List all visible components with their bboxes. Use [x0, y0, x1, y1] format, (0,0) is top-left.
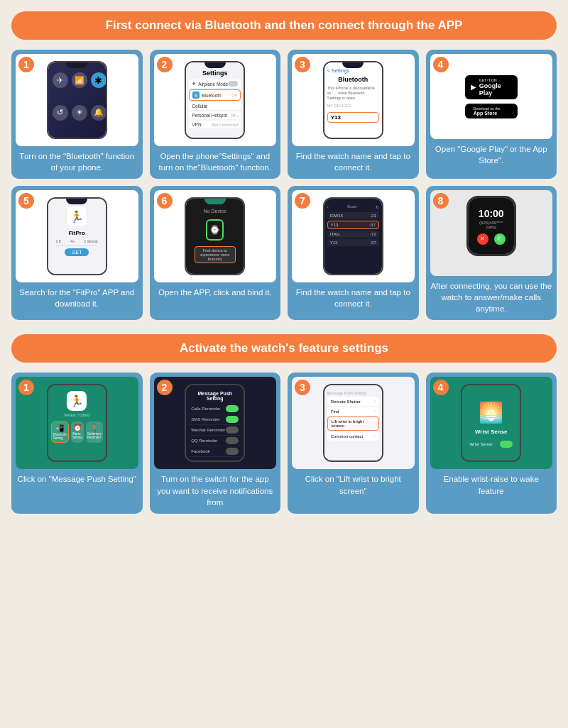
wifi-icon: 📶: [72, 72, 87, 88]
msg-toggle-0[interactable]: [226, 405, 239, 412]
msg-push-title: Message Push Setting: [189, 391, 241, 401]
msg-toggle-2[interactable]: [226, 426, 239, 434]
bind-label: Find device to experience more features: [200, 248, 229, 261]
s2-step-4-card: 4 🌅 Wrist Sense Wrist Sense Enable wrist…: [426, 373, 557, 513]
scan-item-3-name: Y13: [330, 241, 338, 245]
s2-step-1-notch: [66, 385, 87, 391]
scan-item-1: Y13 -57: [327, 221, 379, 229]
lift-section1-title: Message Push Setting: [327, 391, 379, 395]
cs-item-2-label: Sedentary Reminder: [87, 432, 102, 439]
fitpro-stats: 2.8 4+ 1 Similar: [51, 239, 103, 243]
step-5-phone-mock: 🏃 FitPro 2.8 4+ 1 Similar GET: [47, 197, 107, 275]
msg-row-1: SMS Reminder: [189, 414, 241, 425]
section2-steps-grid: 1 🏃 Version: Y13663 📲 Bluetooth Setting …: [11, 373, 557, 513]
airplane-icon: ✈: [53, 72, 68, 88]
scan-item-3: Y13 -97: [327, 239, 379, 246]
step-8-image: 8 10:00 (626)409**** calling ✕ ✆: [430, 190, 553, 276]
airplane-row-label: Airplane Mode: [198, 82, 228, 87]
cs-item-1-label: Alarm Setting: [72, 432, 82, 439]
brightness-icon: ☀: [72, 105, 87, 121]
scan-item-1-name: Y13: [331, 223, 339, 227]
lift-row-wrist[interactable]: Lift wrist to bright screen ›: [327, 417, 379, 431]
vpn-val: Not Connected: [212, 123, 239, 127]
step-2-settings-mock: Settings ✈ Airplane Mode B Bluetooth: [186, 62, 244, 138]
lift-find-chevron: ›: [373, 409, 375, 414]
fitpro-age: 4+: [70, 239, 75, 243]
as-text-block: Download on the App Store: [474, 106, 501, 116]
section2-header-container: Activate the watch's feature settings: [11, 334, 557, 363]
cs-version: Version: Y13663: [64, 413, 90, 417]
cs-item-0[interactable]: 📲 Bluetooth Setting: [51, 421, 69, 443]
hotspot-row: Personal Hotspot Off ›: [189, 111, 241, 119]
mute-icon: 🔔: [91, 105, 106, 121]
section1-steps-grid: 1 ✈ 📶 ✱ ↺ ☀ 🔔 Turn on the "Bluetooth" fu…: [11, 50, 557, 320]
scan-header-row: ‹ Scan ↻: [327, 204, 379, 209]
step-1-phone-mock: ✈ 📶 ✱ ↺ ☀ 🔔: [47, 61, 107, 139]
airplane-toggle: [228, 81, 238, 87]
step-5-card: 5 🏃 FitPro 2.8 4+ 1 Similar GET: [11, 186, 143, 320]
section2-title: Activate the watch's feature settings: [180, 341, 388, 355]
s2-step-4-notch: [481, 385, 502, 391]
step-2-image: 2 Settings ✈ Airplane Mode B: [154, 54, 277, 146]
step-8-desc: After connecting, you can use the watch …: [426, 276, 557, 320]
scan-label: Scan: [347, 204, 357, 209]
settings-title: Settings: [189, 70, 241, 77]
fitpro-app-name: FitPro: [51, 230, 103, 236]
cs-item-1[interactable]: ⏰ Alarm Setting: [71, 421, 84, 443]
scan-item-1-rssi: -57: [369, 223, 376, 227]
cs-app-icon: 🏃: [67, 391, 87, 411]
step-3-phone-notch: [342, 62, 364, 68]
s2-step-1-desc: Click on "Message Push Setting": [11, 469, 143, 490]
scan-item-2-rssi: -72: [370, 232, 376, 236]
step-3-bt-scan: < Settings Bluetooth This iPhone is disc…: [324, 62, 382, 138]
s2-click-settings: 🏃 Version: Y13663 📲 Bluetooth Setting ⏰ …: [48, 385, 106, 460]
bt-info-text: This iPhone is discoverable as '...' whi…: [327, 86, 379, 101]
step-8-number: 8: [433, 193, 449, 209]
step-3-card: 3 < Settings Bluetooth This iPhone is di…: [288, 50, 419, 179]
bluetooth-icon: ✱: [91, 72, 106, 88]
step-5-number: 5: [18, 193, 34, 209]
bluetooth-row-label: Bluetooth: [202, 93, 221, 98]
watch-decline-btn[interactable]: ✕: [477, 233, 488, 245]
watch-call-btns: ✕ ✆: [477, 233, 506, 245]
s2-step-2-desc: Turn on the switch for the app you want …: [150, 469, 281, 513]
s2-step-4-image: 4 🌅 Wrist Sense Wrist Sense: [430, 377, 553, 469]
fitpro-get-btn[interactable]: GET: [65, 248, 89, 256]
bind-watch-icon: ⌚: [206, 219, 224, 241]
s2-step-4-number: 4: [433, 380, 449, 395]
lift-row-find: Find ›: [327, 407, 379, 416]
fitpro-rating: 2.8: [56, 239, 61, 243]
watch-accept-btn[interactable]: ✆: [494, 233, 506, 245]
msg-toggle-4[interactable]: [226, 448, 239, 455]
lift-row-contact: Common contact ›: [327, 431, 379, 441]
google-play-button[interactable]: ▶ GET IT ON Google Play: [465, 75, 518, 99]
lift-wrist-chevron: ›: [373, 421, 374, 426]
app-store-button[interactable]: Download on the App Store: [465, 104, 518, 118]
scan-item-2-name: ITAG: [330, 232, 340, 236]
cs-item-2[interactable]: 🚶 Sedentary Reminder: [86, 421, 104, 443]
s2-step-3-number: 3: [295, 380, 310, 395]
bluetooth-row-value: On: [231, 93, 237, 97]
rotation-icon: ↺: [53, 105, 68, 121]
msg-row-3-label: QQ Reminder: [191, 439, 217, 443]
cs-item-1-icon: ⏰: [73, 424, 82, 431]
lift-wrist-label: Lift wrist to bright screen: [332, 419, 373, 428]
s2-step-1-image: 1 🏃 Version: Y13663 📲 Bluetooth Setting …: [16, 377, 138, 469]
bluetooth-row-left: B Bluetooth: [192, 92, 221, 99]
msg-toggle-1[interactable]: [226, 416, 239, 423]
msg-row-4: Facebook: [189, 446, 241, 457]
watch-screen: 10:00 (626)409**** calling ✕ ✆: [469, 198, 514, 254]
step-1-number: 1: [18, 57, 34, 72]
airplane-row-icon: ✈: [192, 81, 196, 87]
section1-title: First connect via Bluetooth and then con…: [106, 18, 463, 32]
scan-item-3-rssi: -97: [370, 241, 376, 245]
s2-lift-mock: Message Push Setting Remote Shutter › Fi…: [324, 385, 382, 460]
msg-toggle-3[interactable]: [226, 437, 239, 444]
s2-step-4-desc: Enable wrist-raise to wake feature: [426, 469, 557, 502]
bind-btn[interactable]: Find device to experience more features: [195, 246, 236, 263]
fitpro-similar: 1 Similar: [84, 239, 97, 243]
lift-find-label: Find: [331, 409, 339, 414]
step-3-image: 3 < Settings Bluetooth This iPhone is di…: [292, 54, 415, 146]
wrist-sense-toggle[interactable]: [500, 441, 513, 448]
step-2-phone-notch: [204, 62, 226, 68]
